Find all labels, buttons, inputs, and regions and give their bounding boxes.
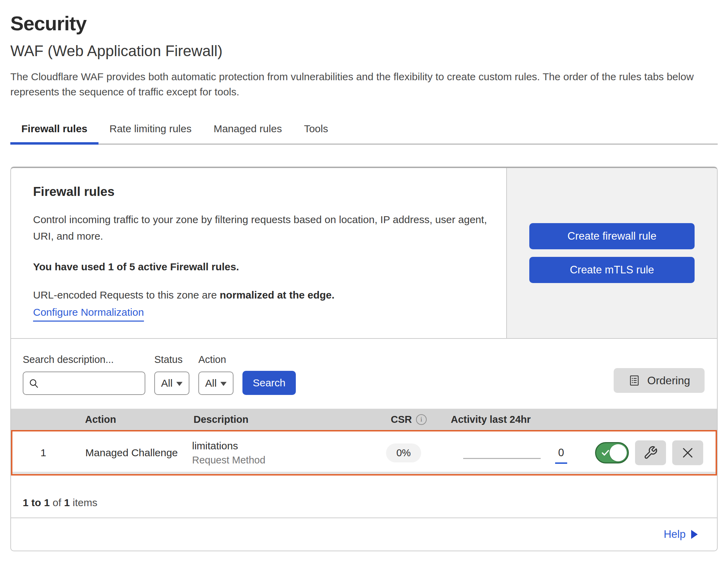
search-icon bbox=[28, 378, 39, 389]
tab-managed-rules[interactable]: Managed rules bbox=[202, 117, 293, 144]
wrench-icon bbox=[643, 446, 658, 460]
search-button[interactable]: Search bbox=[242, 371, 296, 395]
rule-description-cell: limitations Request Method bbox=[181, 440, 344, 466]
ordering-button-label: Ordering bbox=[647, 374, 690, 387]
status-dropdown-value: All bbox=[161, 377, 173, 389]
close-icon bbox=[680, 446, 695, 460]
search-box[interactable] bbox=[23, 372, 145, 395]
help-row: Help bbox=[11, 518, 717, 551]
column-description: Description bbox=[183, 414, 348, 425]
tab-tools[interactable]: Tools bbox=[293, 117, 339, 144]
activity-count-link[interactable]: 0 bbox=[555, 447, 567, 464]
csr-badge: 0% bbox=[386, 443, 421, 462]
pagination-summary: 1 to 1 of 1 items bbox=[11, 476, 717, 518]
table-row[interactable]: 1 Managed Challenge limitations Request … bbox=[11, 430, 717, 476]
rule-controls bbox=[595, 440, 716, 465]
column-activity: Activity last 24hr bbox=[440, 414, 603, 425]
pagination-total: 1 bbox=[64, 497, 70, 508]
column-csr: CSR i bbox=[348, 414, 440, 425]
check-icon bbox=[601, 448, 610, 458]
create-firewall-rule-button[interactable]: Create firewall rule bbox=[529, 223, 695, 249]
status-dropdown[interactable]: All bbox=[154, 372, 189, 395]
ordering-button[interactable]: Ordering bbox=[614, 368, 705, 393]
table-header: Action Description CSR i Activity last 2… bbox=[11, 409, 717, 430]
page-title: Security bbox=[10, 12, 718, 35]
normalization-note-bold: normalized at the edge. bbox=[220, 289, 334, 301]
chevron-down-icon bbox=[220, 382, 227, 386]
search-field-group: Search description... bbox=[23, 354, 145, 395]
help-link[interactable]: Help bbox=[664, 528, 698, 541]
info-icon[interactable]: i bbox=[416, 414, 427, 425]
usage-summary: You have used 1 of 5 active Firewall rul… bbox=[33, 261, 492, 273]
rule-expression: Request Method bbox=[192, 455, 344, 466]
status-filter-group: Status All bbox=[154, 354, 189, 395]
overview-description: Control incoming traffic to your zone by… bbox=[33, 211, 491, 244]
search-label: Search description... bbox=[23, 354, 145, 365]
overview-actions-panel: Create firewall rule Create mTLS rule bbox=[506, 168, 717, 338]
rule-action: Managed Challenge bbox=[74, 447, 181, 459]
create-mtls-rule-button[interactable]: Create mTLS rule bbox=[529, 257, 695, 283]
action-dropdown-value: All bbox=[205, 377, 217, 389]
configure-normalization-link[interactable]: Configure Normalization bbox=[33, 306, 144, 322]
rule-enabled-toggle[interactable] bbox=[595, 442, 629, 463]
firewall-rules-card: Firewall rules Control incoming traffic … bbox=[10, 167, 718, 551]
delete-rule-button[interactable] bbox=[672, 440, 703, 465]
page-description: The Cloudflare WAF provides both automat… bbox=[10, 69, 716, 100]
security-waf-page: Security WAF (Web Application Firewall) … bbox=[0, 12, 728, 551]
arrow-right-icon bbox=[691, 530, 698, 539]
edit-rule-button[interactable] bbox=[635, 440, 666, 465]
waf-tabbar: Firewall rules Rate limiting rules Manag… bbox=[10, 117, 718, 145]
rule-priority: 1 bbox=[12, 447, 74, 459]
action-label: Action bbox=[198, 354, 233, 365]
rule-description: limitations bbox=[192, 440, 344, 452]
toggle-knob bbox=[610, 444, 627, 461]
overview-text-panel: Firewall rules Control incoming traffic … bbox=[11, 168, 506, 338]
pagination-of: of bbox=[53, 497, 61, 508]
action-filter-group: Action All bbox=[198, 354, 233, 395]
status-label: Status bbox=[154, 354, 189, 365]
list-icon bbox=[628, 374, 641, 387]
activity-sparkline bbox=[463, 458, 541, 459]
help-link-label: Help bbox=[664, 528, 686, 541]
pagination-range: 1 to 1 bbox=[23, 497, 50, 508]
column-csr-label: CSR bbox=[391, 414, 412, 425]
rule-activity-cell: 0 bbox=[434, 444, 595, 461]
action-dropdown[interactable]: All bbox=[198, 372, 233, 395]
normalization-note-prefix: URL-encoded Requests to this zone are bbox=[33, 289, 220, 301]
normalization-note: URL-encoded Requests to this zone are no… bbox=[33, 289, 492, 301]
page-subtitle: WAF (Web Application Firewall) bbox=[10, 42, 718, 60]
pagination-items: items bbox=[73, 497, 97, 508]
overview-section: Firewall rules Control incoming traffic … bbox=[11, 168, 717, 339]
overview-heading: Firewall rules bbox=[33, 185, 492, 199]
filters-bar: Search description... Status All bbox=[11, 339, 717, 409]
chevron-down-icon bbox=[176, 382, 183, 386]
rule-csr-cell: 0% bbox=[344, 443, 434, 462]
search-input[interactable] bbox=[39, 373, 170, 393]
tab-rate-limiting-rules[interactable]: Rate limiting rules bbox=[98, 117, 202, 144]
column-action: Action bbox=[74, 414, 183, 425]
tab-firewall-rules[interactable]: Firewall rules bbox=[10, 117, 98, 144]
